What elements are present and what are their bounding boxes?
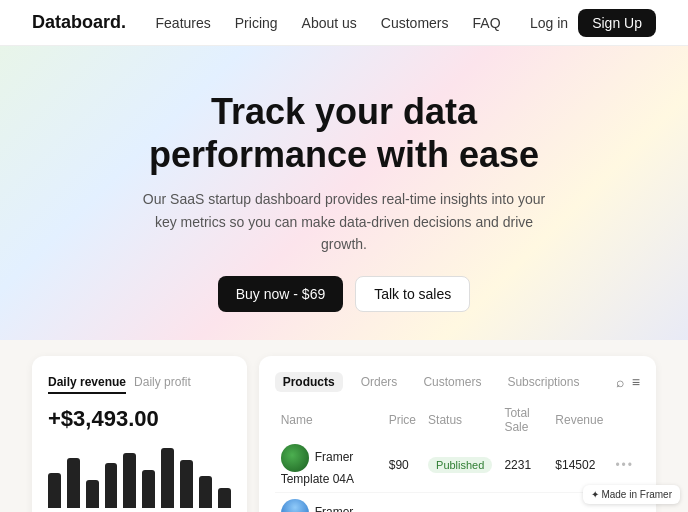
login-button[interactable]: Log in	[530, 15, 568, 31]
tab-daily-profit[interactable]: Daily profit	[134, 372, 191, 394]
bar	[86, 480, 99, 508]
col-total-sale: Total Sale	[498, 402, 549, 438]
table-row: Framer Template 04A $90 Published 2231 $…	[275, 438, 640, 493]
hero-subtitle: Our SaaS startup dashboard provides real…	[134, 188, 554, 255]
tab-icons: ⌕ ≡	[616, 374, 640, 390]
nav-link-customers[interactable]: Customers	[381, 15, 449, 31]
nav-actions: Log in Sign Up	[530, 9, 656, 37]
hero-title: Track your data performance with ease	[32, 90, 656, 176]
revenue-card-tabs: Daily revenue Daily profit	[48, 372, 231, 394]
bar	[218, 488, 231, 508]
bar	[123, 453, 136, 508]
col-status: Status	[422, 402, 498, 438]
bar	[161, 448, 174, 508]
col-revenue: Revenue	[549, 402, 609, 438]
tab-orders[interactable]: Orders	[353, 372, 406, 392]
status-badge: Published	[428, 457, 492, 473]
col-price: Price	[383, 402, 422, 438]
logo: Databoard.	[32, 12, 126, 33]
bar	[199, 476, 212, 508]
nav-links: Features Pricing About us Customers FAQ	[156, 15, 501, 31]
nav-link-pricing[interactable]: Pricing	[235, 15, 278, 31]
bar	[67, 458, 80, 508]
bar-chart	[48, 448, 231, 508]
framer-badge: ✦ Made in Framer	[583, 485, 680, 504]
revenue-value: +$3,493.00	[48, 406, 231, 432]
bar	[105, 463, 118, 508]
filter-icon-button[interactable]: ≡	[632, 374, 640, 390]
products-tabs-row: Products Orders Customers Subscriptions …	[275, 372, 640, 392]
bar	[142, 470, 155, 508]
nav-link-about[interactable]: About us	[302, 15, 357, 31]
nav-link-features[interactable]: Features	[156, 15, 211, 31]
navbar: Databoard. Features Pricing About us Cus…	[0, 0, 688, 46]
tab-customers[interactable]: Customers	[415, 372, 489, 392]
nav-link-faq[interactable]: FAQ	[473, 15, 501, 31]
tab-products[interactable]: Products	[275, 372, 343, 392]
search-icon-button[interactable]: ⌕	[616, 374, 624, 390]
hero-section: Track your data performance with ease Ou…	[0, 46, 688, 340]
bar	[180, 460, 193, 508]
row-menu-1[interactable]: •••	[615, 458, 634, 472]
product-thumb-2	[281, 499, 309, 512]
hero-buttons: Buy now - $69 Talk to sales	[32, 276, 656, 312]
bar	[48, 473, 61, 508]
signup-button[interactable]: Sign Up	[578, 9, 656, 37]
buy-now-button[interactable]: Buy now - $69	[218, 276, 344, 312]
tab-daily-revenue[interactable]: Daily revenue	[48, 372, 126, 394]
col-name: Name	[275, 402, 383, 438]
talk-to-sales-button[interactable]: Talk to sales	[355, 276, 470, 312]
revenue-card: Daily revenue Daily profit +$3,493.00 00…	[32, 356, 247, 512]
tab-subscriptions[interactable]: Subscriptions	[499, 372, 587, 392]
product-thumb-1	[281, 444, 309, 472]
